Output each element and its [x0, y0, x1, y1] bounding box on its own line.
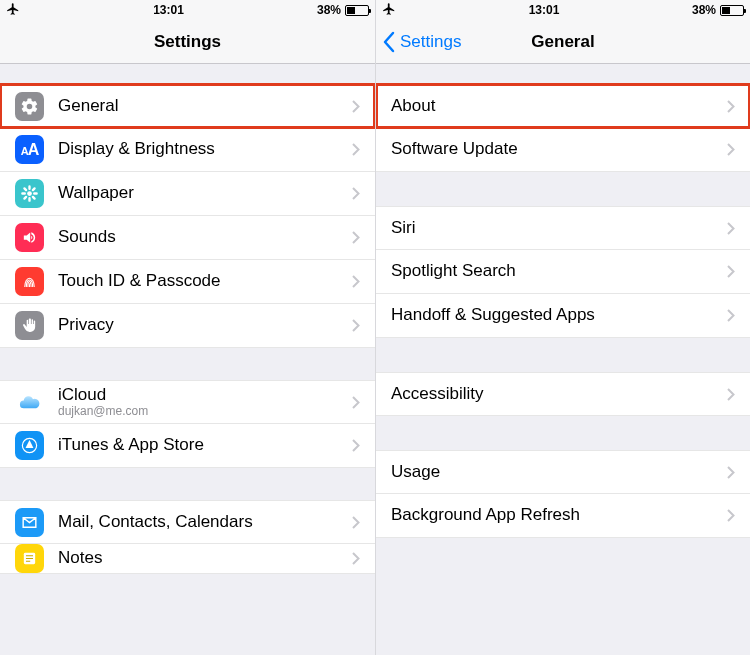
row-label: iTunes & App Store [58, 436, 352, 455]
battery-icon [720, 5, 744, 16]
row-sounds[interactable]: Sounds [0, 216, 375, 260]
row-notes[interactable]: Notes [0, 544, 375, 574]
row-wallpaper[interactable]: Wallpaper [0, 172, 375, 216]
phone-settings: 13:01 38% Settings General AA Display & … [0, 0, 375, 655]
row-label: Privacy [58, 316, 352, 335]
chevron-right-icon [727, 143, 735, 156]
chevron-right-icon [352, 100, 360, 113]
row-label: Software Update [391, 140, 727, 159]
page-title: Settings [0, 32, 375, 52]
row-label: Handoff & Suggested Apps [391, 306, 727, 325]
battery-icon [345, 5, 369, 16]
status-bar: 13:01 38% [0, 0, 375, 20]
battery-text: 38% [692, 3, 716, 17]
row-background-app-refresh[interactable]: Background App Refresh [376, 494, 750, 538]
row-siri[interactable]: Siri [376, 206, 750, 250]
row-label: iCloud [58, 386, 352, 405]
row-label: Spotlight Search [391, 262, 727, 281]
row-accessibility[interactable]: Accessibility [376, 372, 750, 416]
notes-icon [15, 544, 44, 573]
fingerprint-icon [15, 267, 44, 296]
row-usage[interactable]: Usage [376, 450, 750, 494]
row-sublabel: dujkan@me.com [58, 405, 352, 418]
chevron-left-icon [382, 31, 396, 53]
row-label: Notes [58, 549, 352, 568]
chevron-right-icon [352, 516, 360, 529]
phone-general: 13:01 38% Settings General About Softwar… [375, 0, 750, 655]
row-label: Siri [391, 219, 727, 238]
chevron-right-icon [352, 319, 360, 332]
back-button[interactable]: Settings [376, 31, 461, 53]
cloud-icon [15, 388, 44, 417]
chevron-right-icon [727, 388, 735, 401]
row-handoff[interactable]: Handoff & Suggested Apps [376, 294, 750, 338]
nav-bar: Settings [0, 20, 375, 64]
chevron-right-icon [727, 222, 735, 235]
battery-text: 38% [317, 3, 341, 17]
row-software-update[interactable]: Software Update [376, 128, 750, 172]
chevron-right-icon [727, 265, 735, 278]
chevron-right-icon [352, 275, 360, 288]
chevron-right-icon [352, 143, 360, 156]
chevron-right-icon [352, 396, 360, 409]
flower-icon [15, 179, 44, 208]
svg-point-0 [27, 191, 32, 196]
chevron-right-icon [727, 509, 735, 522]
general-list[interactable]: About Software Update Siri Spotlight Sea… [376, 64, 750, 655]
mail-icon [15, 508, 44, 537]
chevron-right-icon [727, 100, 735, 113]
airplane-icon [382, 2, 396, 19]
row-itunes-appstore[interactable]: iTunes & App Store [0, 424, 375, 468]
chevron-right-icon [727, 309, 735, 322]
speaker-icon [15, 223, 44, 252]
row-label: Accessibility [391, 385, 727, 404]
chevron-right-icon [352, 552, 360, 565]
hand-icon [15, 311, 44, 340]
text-size-icon: AA [15, 135, 44, 164]
chevron-right-icon [727, 466, 735, 479]
row-label: Touch ID & Passcode [58, 272, 352, 291]
row-spotlight-search[interactable]: Spotlight Search [376, 250, 750, 294]
row-label: Background App Refresh [391, 506, 727, 525]
row-mail-contacts-calendars[interactable]: Mail, Contacts, Calendars [0, 500, 375, 544]
status-bar: 13:01 38% [376, 0, 750, 20]
row-label: Display & Brightness [58, 140, 352, 159]
row-label: Wallpaper [58, 184, 352, 203]
row-icloud[interactable]: iCloud dujkan@me.com [0, 380, 375, 424]
row-privacy[interactable]: Privacy [0, 304, 375, 348]
chevron-right-icon [352, 187, 360, 200]
gear-icon [15, 92, 44, 121]
row-display-brightness[interactable]: AA Display & Brightness [0, 128, 375, 172]
row-label: Mail, Contacts, Calendars [58, 513, 352, 532]
row-label: Usage [391, 463, 727, 482]
settings-list[interactable]: General AA Display & Brightness Wallpape… [0, 64, 375, 655]
row-touchid-passcode[interactable]: Touch ID & Passcode [0, 260, 375, 304]
appstore-icon [15, 431, 44, 460]
status-time: 13:01 [153, 3, 184, 17]
chevron-right-icon [352, 231, 360, 244]
status-time: 13:01 [529, 3, 560, 17]
row-general[interactable]: General [0, 84, 375, 128]
row-label: General [58, 97, 352, 116]
row-label: Sounds [58, 228, 352, 247]
row-about[interactable]: About [376, 84, 750, 128]
nav-bar: Settings General [376, 20, 750, 64]
chevron-right-icon [352, 439, 360, 452]
airplane-icon [6, 2, 20, 19]
row-label: About [391, 97, 727, 116]
back-label: Settings [400, 32, 461, 52]
